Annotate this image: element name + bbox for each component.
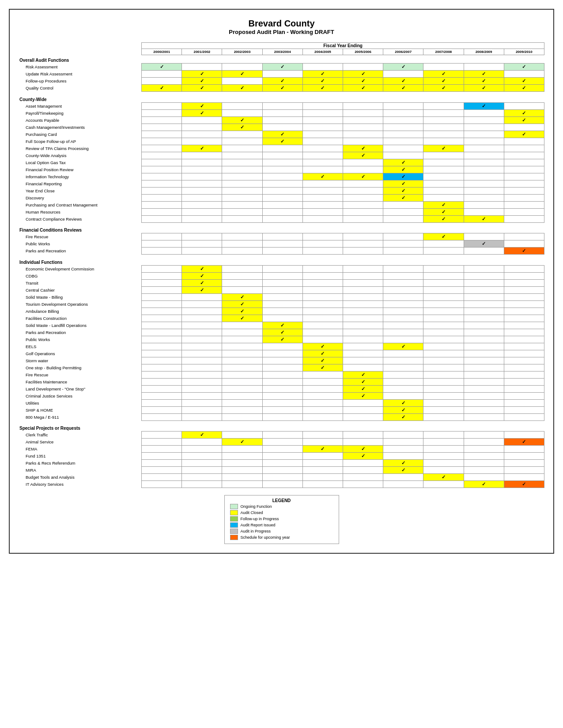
table-row: Central Cashier✓ bbox=[19, 286, 544, 293]
checkmark-icon: ✓ bbox=[442, 209, 446, 214]
cell-individual-18-3 bbox=[262, 392, 302, 399]
cell-financial-1-8: ✓ bbox=[464, 240, 504, 248]
table-row: Public Works✓ bbox=[19, 336, 544, 343]
cell-individual-20-1 bbox=[182, 406, 222, 413]
cell-countywide-8-0 bbox=[142, 159, 182, 166]
row-label-individual-0: Economic Development Commission bbox=[19, 265, 142, 272]
cell-individual-10-4 bbox=[302, 336, 343, 343]
cell-countywide-3-7 bbox=[423, 124, 464, 131]
checkmark-icon: ✓ bbox=[321, 78, 325, 83]
checkmark-icon: ✓ bbox=[482, 481, 486, 487]
cell-individual-17-1 bbox=[182, 385, 222, 392]
cell-countywide-1-6 bbox=[383, 109, 423, 116]
cell-individual-17-0 bbox=[142, 385, 182, 392]
cell-individual-12-0 bbox=[142, 350, 182, 357]
cell-individual-21-2 bbox=[222, 413, 262, 420]
cell-individual-3-5 bbox=[343, 286, 383, 293]
cell-individual-11-9 bbox=[504, 343, 544, 350]
table-row: Fire Rescue✓ bbox=[19, 233, 544, 240]
row-label-countywide-7: County-Wide Analysis bbox=[19, 152, 142, 159]
cell-special-3-6 bbox=[383, 453, 423, 460]
row-label-financial-0: Fire Rescue bbox=[19, 233, 142, 240]
checkmark-icon: ✓ bbox=[401, 467, 405, 473]
cell-countywide-4-1 bbox=[182, 131, 222, 138]
checkmark-icon: ✓ bbox=[482, 103, 486, 109]
cell-countywide-0-9 bbox=[504, 102, 544, 109]
checkmark-icon: ✓ bbox=[482, 216, 486, 221]
cell-countywide-5-3: ✓ bbox=[262, 138, 302, 145]
checkmark-icon: ✓ bbox=[361, 379, 365, 384]
checkmark-icon: ✓ bbox=[240, 124, 244, 130]
cell-overall-3-2: ✓ bbox=[222, 85, 262, 92]
legend-label-2: Follow-up in Progress bbox=[241, 517, 279, 521]
table-row: County-Wide Analysis✓ bbox=[19, 152, 544, 159]
cell-individual-5-5 bbox=[343, 300, 383, 308]
cell-individual-12-7 bbox=[423, 350, 464, 357]
cell-individual-13-3 bbox=[262, 357, 302, 364]
cell-countywide-1-8 bbox=[464, 109, 504, 116]
cell-individual-21-6: ✓ bbox=[383, 413, 423, 420]
cell-individual-6-7 bbox=[423, 308, 464, 315]
cell-special-2-7 bbox=[423, 446, 464, 453]
cell-individual-10-2 bbox=[222, 336, 262, 343]
cell-individual-14-5 bbox=[343, 364, 383, 371]
cell-special-7-3 bbox=[262, 481, 302, 488]
cell-countywide-1-2 bbox=[222, 109, 262, 116]
cell-special-4-3 bbox=[262, 460, 302, 467]
cell-individual-7-7 bbox=[423, 315, 464, 322]
cell-financial-0-8 bbox=[464, 233, 504, 240]
checkmark-icon: ✓ bbox=[240, 301, 244, 307]
table-row: Fund 1351✓ bbox=[19, 453, 544, 460]
cell-overall-1-2: ✓ bbox=[222, 71, 262, 78]
checkmark-icon: ✓ bbox=[401, 400, 405, 405]
cell-countywide-0-5 bbox=[343, 102, 383, 109]
cell-individual-0-7 bbox=[423, 265, 464, 272]
cell-individual-12-5 bbox=[343, 350, 383, 357]
cell-countywide-6-2 bbox=[222, 145, 262, 152]
cell-individual-11-1 bbox=[182, 343, 222, 350]
table-row: Facilities Construction✓ bbox=[19, 315, 544, 322]
row-label-special-1: Animal Service bbox=[19, 439, 142, 446]
cell-financial-1-5 bbox=[343, 240, 383, 248]
cell-individual-4-1 bbox=[182, 293, 222, 300]
cell-individual-10-3: ✓ bbox=[262, 336, 302, 343]
cell-individual-0-8 bbox=[464, 265, 504, 272]
row-label-special-4: Parks & Recs Referendum bbox=[19, 460, 142, 467]
cell-countywide-15-6 bbox=[383, 208, 423, 215]
checkmark-icon: ✓ bbox=[240, 71, 244, 76]
table-row: Facilities Maintenance✓ bbox=[19, 378, 544, 385]
checkmark-icon: ✓ bbox=[522, 131, 526, 137]
cell-individual-10-9 bbox=[504, 336, 544, 343]
title-section: Brevard County Proposed Audit Plan - Wor… bbox=[19, 19, 544, 35]
cell-special-0-9 bbox=[504, 432, 544, 439]
checkmark-icon: ✓ bbox=[522, 481, 526, 487]
cell-individual-21-5 bbox=[343, 413, 383, 420]
cell-countywide-4-2 bbox=[222, 131, 262, 138]
cell-individual-19-7 bbox=[423, 399, 464, 406]
cell-individual-7-0 bbox=[142, 315, 182, 322]
row-label-individual-9: Parks and Recreation bbox=[19, 329, 142, 336]
cell-individual-4-2: ✓ bbox=[222, 293, 262, 300]
cell-countywide-11-9 bbox=[504, 180, 544, 187]
table-row: Golf Operations✓ bbox=[19, 350, 544, 357]
cell-individual-20-5 bbox=[343, 406, 383, 413]
cell-countywide-1-9: ✓ bbox=[504, 109, 544, 116]
page: Brevard County Proposed Audit Plan - Wor… bbox=[9, 9, 554, 554]
cell-individual-7-4 bbox=[302, 315, 343, 322]
cell-special-3-4 bbox=[302, 453, 343, 460]
row-label-countywide-2: Accounts Payable bbox=[19, 116, 142, 124]
cell-individual-9-4 bbox=[302, 329, 343, 336]
cell-individual-18-0 bbox=[142, 392, 182, 399]
cell-individual-6-0 bbox=[142, 308, 182, 315]
cell-countywide-11-5 bbox=[343, 180, 383, 187]
cell-financial-1-7 bbox=[423, 240, 464, 248]
cell-countywide-0-4 bbox=[302, 102, 343, 109]
checkmark-icon: ✓ bbox=[200, 146, 204, 151]
cell-countywide-4-4 bbox=[302, 131, 343, 138]
cell-countywide-8-2 bbox=[222, 159, 262, 166]
checkmark-icon: ✓ bbox=[280, 131, 284, 137]
row-label-countywide-10: Information Technology bbox=[19, 173, 142, 180]
cell-special-3-2 bbox=[222, 453, 262, 460]
table-row: Update Risk Assessment✓✓✓✓✓✓ bbox=[19, 71, 544, 78]
cell-individual-17-2 bbox=[222, 385, 262, 392]
